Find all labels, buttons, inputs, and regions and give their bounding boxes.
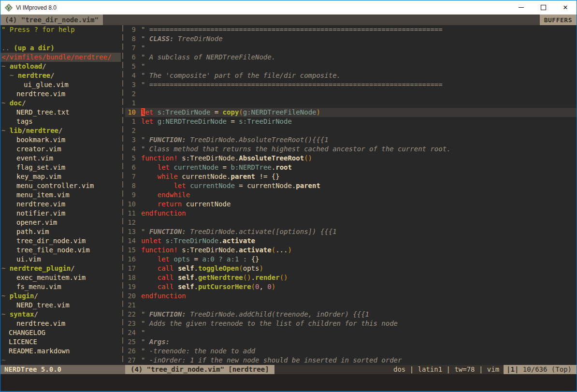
code-line[interactable]: 2	[125, 126, 577, 135]
code-line[interactable]: 4" The 'composite' part of the file/dir …	[125, 71, 577, 80]
tree-item[interactable]: ~ nerdtree_plugin/	[0, 264, 121, 273]
code-line[interactable]: 19 call self.putCursorHere(0, 0)	[125, 282, 577, 291]
code-line[interactable]: 24"	[125, 328, 577, 337]
code-line[interactable]: 18 call self.getNerdtree().render()	[125, 273, 577, 282]
tree-item[interactable]: bookmark.vim	[0, 135, 121, 145]
tree-text-segment: path.vim	[16, 228, 49, 235]
code-line[interactable]: 9" =====================================…	[125, 25, 577, 34]
code-token	[141, 173, 158, 180]
tree-item[interactable]: opener.vim	[0, 218, 121, 227]
code-line[interactable]: 6" A subclass of NERDTreeFileNode.	[125, 53, 577, 62]
code-line[interactable]: 8 let currentNode = currentNode.parent	[125, 181, 577, 190]
code-token	[153, 108, 157, 116]
tree-item[interactable]: LICENCE	[0, 337, 121, 347]
code-line[interactable]: 20endfunction	[125, 291, 577, 301]
code-line-current[interactable]: 10let s:TreeDirNode = copy(g:NERDTreeFil…	[125, 108, 577, 117]
code-line[interactable]: 22" FUNCTION: TreeDirNode.addChild(treen…	[125, 310, 577, 319]
tree-item[interactable]: key_map.vim	[0, 172, 121, 181]
tree-item[interactable]: NERD_tree.vim	[0, 301, 121, 310]
tree-item[interactable]: ~	[0, 356, 121, 365]
code-token: endwhile	[158, 191, 190, 199]
code-line[interactable]: 23" Adds the given treenode to the list …	[125, 319, 577, 328]
code-line[interactable]: 7"	[125, 44, 577, 53]
tree-item[interactable]: ~ lib/nerdtree/	[0, 126, 121, 135]
code-token: FUNCTION:	[149, 310, 186, 318]
close-button[interactable]: ✕	[554, 0, 577, 15]
minimize-icon	[519, 7, 524, 8]
tree-item[interactable]: flag_set.vim	[0, 163, 121, 172]
tree-item[interactable]: " Press ? for help	[0, 25, 121, 34]
tree-text-segment: " Press ? for help	[1, 26, 75, 33]
tree-text-segment: tree_dir_node.vim	[16, 237, 86, 245]
tree-item[interactable]: tags	[0, 117, 121, 126]
buffers-label[interactable]: BUFFERS	[540, 15, 577, 25]
code-line[interactable]: 10 return currentNode	[125, 200, 577, 209]
code-token: "	[141, 62, 145, 70]
tree-item[interactable]: nerdtree.vim	[0, 89, 121, 99]
tree-item[interactable]: CHANGELOG	[0, 328, 121, 337]
code-line[interactable]: 8" CLASS: TreeDirNode	[125, 34, 577, 44]
code-line[interactable]: 9 endwhile	[125, 190, 577, 200]
code-token: let	[158, 163, 170, 171]
tree-root-item[interactable]: </vimfiles/bundle/nerdtree/	[0, 53, 121, 62]
code-line[interactable]: 15function! s:TreeDirNode.activate(...)	[125, 246, 577, 255]
tree-item[interactable]: ui_glue.vim	[0, 80, 121, 89]
tree-item[interactable]: menu_controller.vim	[0, 181, 121, 190]
tree-item[interactable]: tree_dir_node.vim	[0, 236, 121, 246]
tree-item[interactable]: ~ autoload/	[0, 62, 121, 71]
tree-text-segment: </vimfiles/bundle/nerdtree/	[1, 53, 112, 61]
tree-item[interactable]: notifier.vim	[0, 209, 121, 218]
code-token: b:NERDTree	[231, 163, 271, 171]
tree-item[interactable]: ui.vim	[0, 255, 121, 264]
window-vertical-separator[interactable]	[121, 25, 125, 365]
code-token	[173, 264, 177, 272]
code-token: )	[272, 283, 275, 290]
code-line[interactable]: 11endfunction	[125, 209, 577, 218]
code-token: .	[272, 163, 275, 171]
code-line[interactable]: 27" -inOrder: 1 if the new node should b…	[125, 356, 577, 365]
code-line[interactable]: 1	[125, 99, 577, 108]
tree-item[interactable]: README.markdown	[0, 347, 121, 356]
code-token: = currentNode.	[235, 182, 296, 189]
code-line[interactable]: 17 call self.toggleOpen(opts)	[125, 264, 577, 273]
editor-rows[interactable]: 9" =====================================…	[125, 25, 577, 365]
code-line[interactable]: 3" FUNCTION: TreeDirNode.AbsoluteTreeRoo…	[125, 135, 577, 145]
code-line[interactable]: 2	[125, 89, 577, 99]
code-line[interactable]: 5"	[125, 62, 577, 71]
code-line[interactable]: 16 let opts = a:0 ? a:1 : {}	[125, 255, 577, 264]
tree-item[interactable]: nerdtree.vim	[0, 319, 121, 328]
tree-item[interactable]: creator.vim	[0, 145, 121, 154]
code-line[interactable]: 5function! s:TreeDirNode.AbsoluteTreeRoo…	[125, 154, 577, 163]
code-line[interactable]: 7 while currentNode.parent != {}	[125, 172, 577, 181]
tree-item[interactable]: tree_file_node.vim	[0, 246, 121, 255]
code-line[interactable]: 26" -treenode: the node to add	[125, 347, 577, 356]
tree-item[interactable]: NERD_tree.txt	[0, 108, 121, 117]
code-line[interactable]: 12	[125, 218, 577, 227]
tab-tree-dir-node[interactable]: (4) "tree_dir_node.vim"	[0, 15, 103, 25]
code-line[interactable]: 6 let currentNode = b:NERDTree.root	[125, 163, 577, 172]
tree-text-segment: exec_menuitem.vim	[16, 274, 86, 281]
tree-item[interactable]: ~ nerdtree/	[0, 71, 121, 80]
code-line[interactable]: 25" Args:	[125, 337, 577, 347]
minimize-button[interactable]	[510, 0, 532, 15]
title-bar[interactable]: Vi IMproved 8.0 ✕	[0, 0, 577, 15]
maximize-button[interactable]	[532, 0, 554, 15]
tree-item[interactable]: ~ doc/	[0, 99, 121, 108]
line-number: 3	[125, 80, 136, 89]
tree-text-segment: /	[22, 99, 26, 107]
tree-item[interactable]: path.vim	[0, 227, 121, 236]
tree-item[interactable]: .. (up a dir)	[0, 44, 121, 53]
tree-item[interactable]: fs_menu.vim	[0, 282, 121, 291]
code-line[interactable]: 21	[125, 301, 577, 310]
tree-item[interactable]: nerdtree.vim	[0, 200, 121, 209]
tree-item[interactable]: ~ syntax/	[0, 310, 121, 319]
code-line[interactable]: 1let g:NERDTreeDirNode = s:TreeDirNode	[125, 117, 577, 126]
code-line[interactable]: 4" Class method that returns the highest…	[125, 145, 577, 154]
code-line[interactable]: 3" =====================================…	[125, 80, 577, 89]
tree-item[interactable]: exec_menuitem.vim	[0, 273, 121, 282]
tree-item[interactable]: event.vim	[0, 154, 121, 163]
code-line[interactable]: 13" FUNCTION: TreeDirNode.activate([opti…	[125, 227, 577, 236]
tree-item[interactable]: menu_item.vim	[0, 190, 121, 200]
code-line[interactable]: 14unlet s:TreeDirNode.activate	[125, 236, 577, 246]
tree-item[interactable]: ~ plugin/	[0, 291, 121, 301]
